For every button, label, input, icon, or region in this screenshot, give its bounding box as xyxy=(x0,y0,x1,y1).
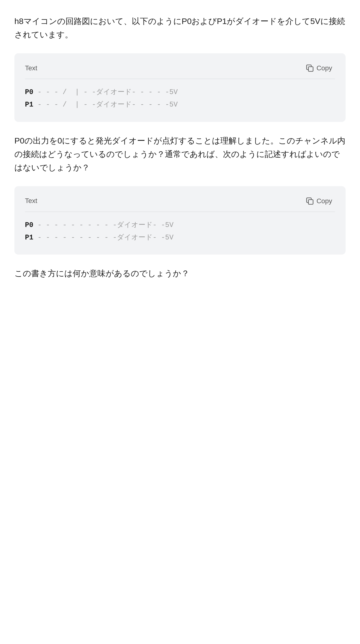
copy-button-1-label: Copy xyxy=(316,64,332,72)
code-line-1-1: P0 - - - / | - -ダイオード- - - - -5V xyxy=(25,86,335,98)
bottom-text: この書き方には何か意味があるのでしょうか？ xyxy=(14,266,346,280)
middle-text: P0の出力を0にすると発光ダイオードが点灯することは理解しました。このチャンネル… xyxy=(14,134,346,174)
intro-text: h8マイコンの回路図において、以下のようにP0およびP1がダイオードを介して5V… xyxy=(14,14,346,41)
code-block-1-divider xyxy=(25,79,335,79)
code-line-2-2: P1 - - - - - - - - - -ダイオード- -5V xyxy=(25,232,335,244)
dashes-2-2: - - - - - - - - - -ダイオード- -5V xyxy=(33,234,174,242)
copy-button-2-label: Copy xyxy=(316,197,332,205)
code-block-2-header: Text Copy xyxy=(25,195,335,207)
svg-rect-0 xyxy=(308,67,313,72)
dashes-1-2: - - - / | - -ダイオード- - - - -5V xyxy=(33,101,178,109)
dashes-1-1: - - - / | - -ダイオード- - - - -5V xyxy=(33,88,178,96)
code-line-1-2: P1 - - - / | - -ダイオード- - - - -5V xyxy=(25,98,335,111)
code-block-2: Text Copy P0 - - - - - - - - - -ダイオード- -… xyxy=(14,186,346,254)
copy-icon-1 xyxy=(306,64,314,72)
dashes-2-1: - - - - - - - - - -ダイオード- -5V xyxy=(33,221,174,229)
code-block-1-content: P0 - - - / | - -ダイオード- - - - -5V P1 - - … xyxy=(25,86,335,111)
copy-button-2[interactable]: Copy xyxy=(303,195,335,207)
copy-icon-2 xyxy=(306,197,314,206)
code-block-2-content: P0 - - - - - - - - - -ダイオード- -5V P1 - - … xyxy=(25,219,335,244)
port-label-p0-1: P0 xyxy=(25,88,33,96)
port-label-p0-2: P0 xyxy=(25,221,33,229)
code-line-2-1: P0 - - - - - - - - - -ダイオード- -5V xyxy=(25,219,335,232)
svg-rect-1 xyxy=(308,200,313,204)
port-label-p1-1: P1 xyxy=(25,101,33,109)
code-block-1-header: Text Copy xyxy=(25,62,335,74)
code-block-1: Text Copy P0 - - - / | - -ダイオード- - - - -… xyxy=(14,53,346,122)
code-block-1-label: Text xyxy=(25,63,37,74)
port-label-p1-2: P1 xyxy=(25,234,33,242)
copy-button-1[interactable]: Copy xyxy=(303,62,335,74)
code-block-2-label: Text xyxy=(25,196,37,206)
